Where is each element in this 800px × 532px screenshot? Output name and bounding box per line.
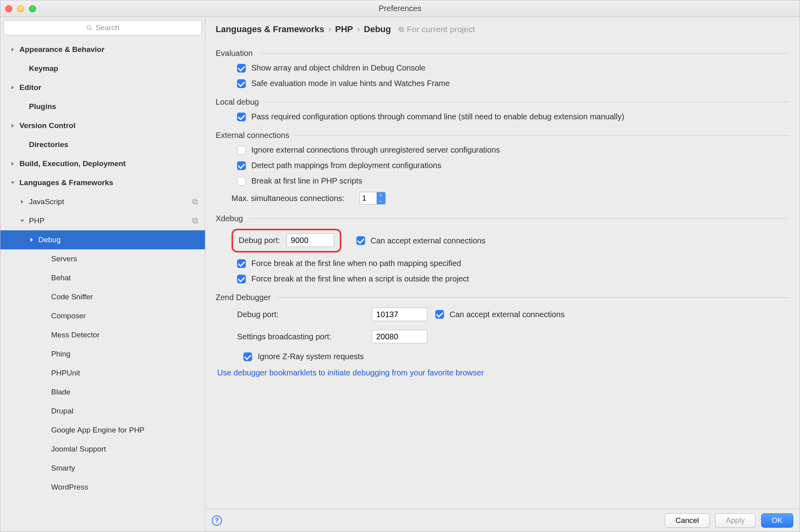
sidebar-item-blade[interactable]: Blade — [0, 383, 205, 402]
chevron-right-icon — [10, 123, 17, 128]
sidebar-item-mess-detector[interactable]: Mess Detector — [0, 325, 205, 344]
sidebar-item-label: Directories — [29, 140, 199, 149]
stepper[interactable]: +− — [377, 192, 385, 204]
max-connections-field[interactable]: +− — [360, 192, 386, 205]
sidebar-item-appearance-behavior[interactable]: Appearance & Behavior — [0, 40, 205, 59]
sidebar-item-build-execution-deployment[interactable]: Build, Execution, Deployment — [0, 154, 205, 173]
sidebar-item-label: Google App Engine for PHP — [51, 426, 199, 434]
ok-button[interactable]: OK — [761, 513, 793, 528]
section-external-connections: External connections — [216, 131, 789, 140]
sidebar-item-label: Smarty — [51, 464, 199, 473]
chk-break-first-line[interactable] — [237, 177, 246, 186]
window-controls — [5, 5, 36, 12]
bookmarklets-link[interactable]: Use debugger bookmarklets to initiate de… — [217, 368, 484, 377]
section-local-debug: Local debug — [216, 98, 789, 107]
sidebar-item-label: PHP — [29, 216, 191, 225]
sidebar-item-label: Debug — [38, 235, 199, 244]
max-connections-input[interactable] — [360, 192, 377, 204]
chevron-right-icon — [10, 85, 17, 90]
sidebar-item-label: Version Control — [19, 121, 199, 130]
sidebar-item-label: PHPUnit — [51, 369, 199, 377]
sidebar-item-label: Languages & Frameworks — [19, 178, 199, 187]
settings-tree[interactable]: Appearance & BehaviorKeymapEditorPlugins… — [0, 38, 205, 532]
zoom-window-button[interactable] — [29, 5, 36, 12]
chevron-right-icon — [29, 237, 36, 243]
chk-ignore-zray[interactable] — [243, 352, 252, 361]
sidebar-item-label: Code Sniffer — [51, 293, 199, 301]
sidebar-item-php[interactable]: PHP — [0, 211, 205, 230]
section-zend: Zend Debugger — [216, 293, 789, 302]
sidebar: Search Appearance & BehaviorKeymapEditor… — [0, 17, 205, 532]
svg-rect-15 — [399, 27, 402, 31]
cancel-button[interactable]: Cancel — [665, 513, 710, 528]
breadcrumb: Languages & Frameworks › PHP › Debug For… — [205, 17, 800, 37]
sidebar-item-joomla-support[interactable]: Joomla! Support — [0, 440, 205, 459]
svg-marker-4 — [11, 124, 14, 128]
sidebar-item-smarty[interactable]: Smarty — [0, 459, 205, 478]
sidebar-item-version-control[interactable]: Version Control — [0, 116, 205, 135]
minimize-window-button[interactable] — [17, 5, 24, 12]
zend-broadcast-port-input[interactable] — [372, 330, 427, 343]
section-xdebug: Xdebug — [216, 214, 789, 223]
sidebar-item-keymap[interactable]: Keymap — [0, 59, 205, 78]
copy-icon — [191, 198, 199, 205]
sidebar-item-label: Drupal — [51, 407, 199, 415]
chevron-right-icon — [10, 47, 17, 52]
sidebar-item-behat[interactable]: Behat — [0, 268, 205, 287]
sidebar-item-phpunit[interactable]: PHPUnit — [0, 364, 205, 383]
sidebar-item-label: Behat — [51, 274, 199, 282]
chk-show-array-children[interactable] — [237, 64, 246, 73]
sidebar-item-label: Phing — [51, 350, 199, 358]
svg-marker-7 — [21, 200, 23, 204]
svg-marker-3 — [11, 86, 14, 90]
copy-icon — [398, 26, 404, 33]
sidebar-item-composer[interactable]: Composer — [0, 306, 205, 325]
sidebar-item-label: Servers — [51, 255, 199, 263]
zend-port-input[interactable] — [372, 308, 427, 321]
sidebar-item-javascript[interactable]: JavaScript — [0, 192, 205, 211]
svg-rect-11 — [194, 220, 197, 223]
titlebar: Preferences — [0, 0, 800, 17]
svg-point-0 — [87, 26, 91, 29]
close-window-button[interactable] — [5, 5, 12, 12]
xdebug-port-input[interactable] — [287, 233, 334, 247]
chk-zend-accept-external[interactable] — [435, 310, 444, 319]
stepper-up-icon[interactable]: + — [377, 192, 385, 198]
footer: ? Cancel Apply OK — [205, 509, 800, 532]
help-button[interactable]: ? — [212, 515, 222, 526]
search-icon — [86, 25, 92, 31]
body: Search Appearance & BehaviorKeymapEditor… — [0, 17, 800, 532]
sidebar-item-debug[interactable]: Debug — [0, 230, 205, 249]
sidebar-item-servers[interactable]: Servers — [0, 249, 205, 268]
chk-ignore-unregistered[interactable] — [237, 146, 246, 155]
stepper-down-icon[interactable]: − — [377, 198, 385, 204]
sidebar-item-label: Mess Detector — [51, 331, 199, 339]
sidebar-item-wordpress[interactable]: WordPress — [0, 478, 205, 497]
chk-xdebug-force-outside-project[interactable] — [237, 275, 246, 283]
svg-marker-6 — [11, 182, 15, 184]
apply-button[interactable]: Apply — [715, 513, 756, 528]
copy-icon — [191, 217, 199, 224]
chk-pass-config-cli[interactable] — [237, 113, 246, 121]
section-evaluation: Evaluation — [216, 49, 789, 58]
xdebug-port-highlight: Debug port: — [232, 229, 341, 253]
search-input[interactable]: Search — [4, 20, 202, 35]
chk-xdebug-accept-external[interactable] — [356, 236, 365, 245]
sidebar-item-code-sniffer[interactable]: Code Sniffer — [0, 287, 205, 306]
sidebar-item-drupal[interactable]: Drupal — [0, 402, 205, 421]
sidebar-item-directories[interactable]: Directories — [0, 135, 205, 154]
svg-rect-12 — [193, 218, 196, 222]
sidebar-item-google-app-engine-for-php[interactable]: Google App Engine for PHP — [0, 421, 205, 440]
sidebar-item-label: Blade — [51, 388, 199, 396]
sidebar-item-label: Appearance & Behavior — [19, 45, 199, 54]
sidebar-item-phing[interactable]: Phing — [0, 344, 205, 364]
sidebar-item-label: Joomla! Support — [51, 445, 199, 454]
chk-detect-path-mappings[interactable] — [237, 161, 246, 170]
chk-safe-eval[interactable] — [237, 79, 246, 88]
sidebar-item-editor[interactable]: Editor — [0, 78, 205, 97]
scope-label: For current project — [398, 25, 475, 34]
sidebar-item-plugins[interactable]: Plugins — [0, 97, 205, 116]
preferences-window: Preferences Search Appearance & Behavior… — [0, 0, 800, 532]
chk-xdebug-force-no-mapping[interactable] — [237, 259, 246, 268]
sidebar-item-languages-frameworks[interactable]: Languages & Frameworks — [0, 173, 205, 192]
